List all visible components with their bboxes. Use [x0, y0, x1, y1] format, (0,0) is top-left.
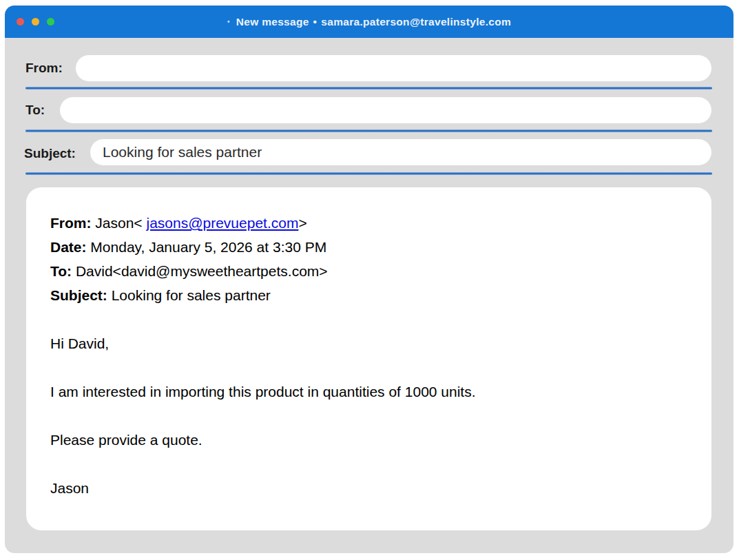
quoted-header-to: To: David<david@mysweetheartpets.com> — [50, 259, 692, 283]
body-line-request: I am interested in importing this produc… — [50, 380, 692, 404]
quoted-to-label: To: — [50, 263, 72, 279]
body-signature: Jason — [50, 476, 692, 500]
quoted-subject-value: Looking for sales partner — [107, 287, 271, 303]
field-divider — [25, 129, 712, 132]
title-account-email: samara.paterson@travelinstyle.com — [321, 16, 511, 28]
quoted-to-value: David<david@mysweetheartpets.com> — [72, 263, 328, 279]
to-label: To: — [25, 103, 45, 118]
quoted-header-date: Date: Monday, January 5, 2026 at 3:30 PM — [50, 235, 692, 259]
quoted-date-label: Date: — [50, 239, 87, 255]
subject-label: Subject: — [24, 146, 76, 161]
title-text: New message — [236, 16, 309, 28]
quoted-from-label: From: — [50, 215, 92, 231]
title-separator: • — [313, 16, 318, 28]
from-input[interactable] — [76, 55, 711, 81]
subject-input[interactable] — [90, 139, 711, 165]
body-greeting: Hi David, — [50, 331, 692, 355]
quoted-header-subject: Subject: Looking for sales partner — [50, 283, 692, 307]
quoted-from-name: Jason< — [92, 215, 147, 231]
title-leading-dot: • — [227, 18, 230, 25]
field-divider — [25, 87, 712, 90]
body-line-quote: Please provide a quote. — [50, 428, 692, 452]
quoted-date-value: Monday, January 5, 2026 at 3:30 PM — [87, 239, 327, 255]
window-titlebar: • New message • samara.paterson@travelin… — [5, 6, 733, 38]
quoted-from-close-bracket: > — [298, 215, 306, 231]
from-label: From: — [25, 61, 63, 76]
window-title: • New message • samara.paterson@travelin… — [5, 6, 733, 38]
quoted-header-from: From: Jason< jasons@prevuepet.com> — [50, 211, 692, 235]
message-body-area[interactable]: From: Jason< jasons@prevuepet.com> Date:… — [26, 187, 711, 530]
quoted-message: From: Jason< jasons@prevuepet.com> Date:… — [50, 211, 692, 500]
email-compose-window: • New message • samara.paterson@travelin… — [5, 6, 733, 553]
quoted-subject-label: Subject: — [50, 287, 107, 303]
to-input[interactable] — [60, 97, 711, 123]
field-divider — [25, 172, 712, 175]
sender-email-link[interactable]: jasons@prevuepet.com — [146, 215, 298, 231]
